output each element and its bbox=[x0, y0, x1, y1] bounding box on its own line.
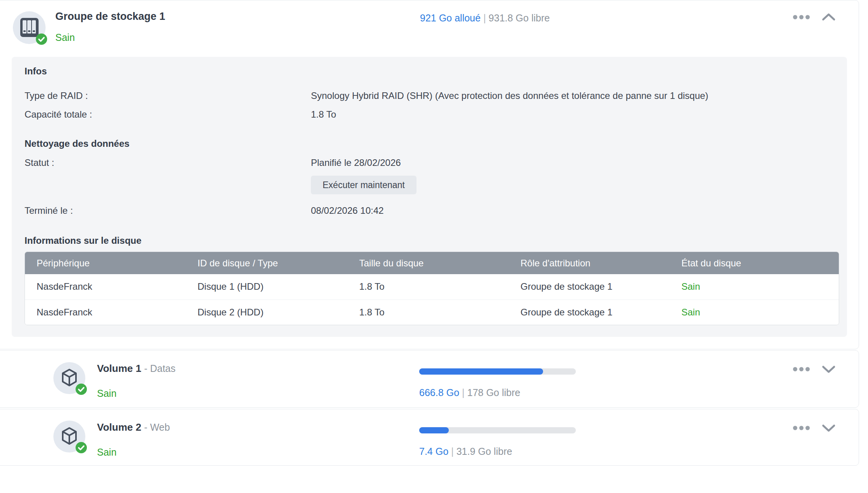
chevron-up-icon bbox=[821, 12, 836, 22]
cell-size: 1.8 To bbox=[359, 300, 385, 325]
volume-icon bbox=[53, 421, 85, 453]
volume-description: - Web bbox=[144, 422, 170, 433]
pool-more-button[interactable] bbox=[792, 10, 811, 24]
volume-status: Sain bbox=[97, 388, 116, 399]
raid-type-label: Type de RAID : bbox=[25, 90, 88, 101]
raid-type-value: Synology Hybrid RAID (SHR) (Avec protect… bbox=[311, 90, 708, 101]
cell-role: Groupe de stockage 1 bbox=[520, 274, 612, 299]
pool-free-space: 931.8 Go libre bbox=[489, 12, 550, 23]
disk-info-heading: Informations sur le disque bbox=[25, 235, 141, 246]
capacity-label: Capacité totale : bbox=[25, 109, 92, 120]
volume-used-link[interactable]: 666.8 Go bbox=[419, 387, 459, 398]
volume-usage-fill bbox=[419, 368, 543, 375]
allocated-link[interactable]: 921 Go alloué bbox=[420, 12, 481, 23]
capacity-value: 1.8 To bbox=[311, 109, 336, 120]
volume-expand-button[interactable] bbox=[820, 362, 838, 376]
chevron-down-icon bbox=[821, 364, 836, 374]
scrub-status-label: Statut : bbox=[25, 157, 54, 168]
volume-usage-bar bbox=[419, 368, 576, 375]
healthy-check-icon bbox=[76, 442, 87, 453]
volume-description: - Datas bbox=[144, 363, 176, 374]
disk-table-header: Périphérique ID de disque / Type Taille … bbox=[25, 252, 839, 274]
volume-more-button[interactable] bbox=[792, 421, 811, 435]
volume-size-line: 666.8 Go | 178 Go libre bbox=[419, 387, 520, 398]
volume-name: Volume 2 bbox=[97, 421, 141, 433]
volume-free-space: 31.9 Go libre bbox=[456, 446, 512, 457]
ellipsis-icon bbox=[793, 367, 810, 372]
volume-used-link[interactable]: 7.4 Go bbox=[419, 446, 448, 457]
ellipsis-icon bbox=[793, 15, 810, 19]
pool-title: Groupe de stockage 1 bbox=[55, 11, 165, 23]
pipe-separator: | bbox=[462, 387, 465, 398]
volume-more-button[interactable] bbox=[792, 362, 811, 376]
col-device: Périphérique bbox=[37, 252, 90, 274]
col-role: Rôle d'attribution bbox=[520, 252, 590, 274]
volume-usage-bar bbox=[419, 427, 576, 433]
scrub-status-value: Planifié le 28/02/2026 bbox=[311, 157, 401, 168]
col-disk-id: ID de disque / Type bbox=[198, 252, 278, 274]
ellipsis-icon bbox=[793, 426, 810, 430]
table-row: NasdeFranck Disque 2 (HDD) 1.8 To Groupe… bbox=[25, 299, 839, 325]
pool-allocation: 921 Go alloué | 931.8 Go libre bbox=[420, 12, 550, 24]
scrub-heading: Nettoyage des données bbox=[25, 138, 129, 149]
cell-disk-id: Disque 2 (HDD) bbox=[198, 300, 263, 325]
chevron-down-icon bbox=[821, 423, 836, 433]
pool-details-panel: Infos Type de RAID : Synology Hybrid RAI… bbox=[12, 57, 847, 337]
volume-icon bbox=[53, 362, 85, 394]
volume-size-line: 7.4 Go | 31.9 Go libre bbox=[419, 446, 512, 457]
cell-disk-id: Disque 1 (HDD) bbox=[198, 274, 263, 299]
volume-status: Sain bbox=[97, 447, 116, 458]
finished-value: 08/02/2026 10:42 bbox=[311, 205, 384, 216]
pool-status: Sain bbox=[55, 32, 75, 43]
healthy-check-icon bbox=[36, 33, 47, 45]
cell-role: Groupe de stockage 1 bbox=[520, 300, 612, 325]
volume-name: Volume 1 bbox=[97, 363, 141, 374]
run-now-button[interactable]: Exécuter maintenant bbox=[311, 176, 416, 194]
col-state: État du disque bbox=[681, 252, 741, 274]
volume-title: Volume 1 - Datas bbox=[97, 363, 176, 375]
pool-collapse-button[interactable] bbox=[820, 10, 838, 24]
col-size: Taille du disque bbox=[359, 252, 423, 274]
cell-device: NasdeFranck bbox=[37, 300, 92, 325]
cell-size: 1.8 To bbox=[359, 274, 385, 299]
volume-title: Volume 2 - Web bbox=[97, 421, 170, 433]
pipe-separator: | bbox=[483, 12, 486, 23]
disk-table: Périphérique ID de disque / Type Taille … bbox=[25, 252, 839, 325]
finished-label: Terminé le : bbox=[25, 205, 73, 216]
storage-pool-card: Groupe de stockage 1 Sain 921 Go alloué … bbox=[0, 0, 859, 349]
storage-pool-icon bbox=[13, 11, 46, 44]
volume-1-card: Volume 1 - Datas Sain 666.8 Go | 178 Go … bbox=[0, 350, 859, 408]
cell-device: NasdeFranck bbox=[37, 274, 92, 299]
volume-usage-fill bbox=[419, 427, 449, 433]
healthy-check-icon bbox=[76, 384, 87, 395]
pipe-separator: | bbox=[451, 446, 454, 457]
cell-state: Sain bbox=[681, 274, 700, 299]
volume-expand-button[interactable] bbox=[820, 421, 838, 435]
storage-manager-screen: Groupe de stockage 1 Sain 921 Go alloué … bbox=[0, 0, 868, 493]
table-row: NasdeFranck Disque 1 (HDD) 1.8 To Groupe… bbox=[25, 274, 839, 299]
info-heading: Infos bbox=[25, 66, 47, 77]
volume-free-space: 178 Go libre bbox=[467, 387, 520, 398]
volume-2-card: Volume 2 - Web Sain 7.4 Go | 31.9 Go lib… bbox=[0, 409, 859, 466]
cell-state: Sain bbox=[681, 300, 700, 325]
